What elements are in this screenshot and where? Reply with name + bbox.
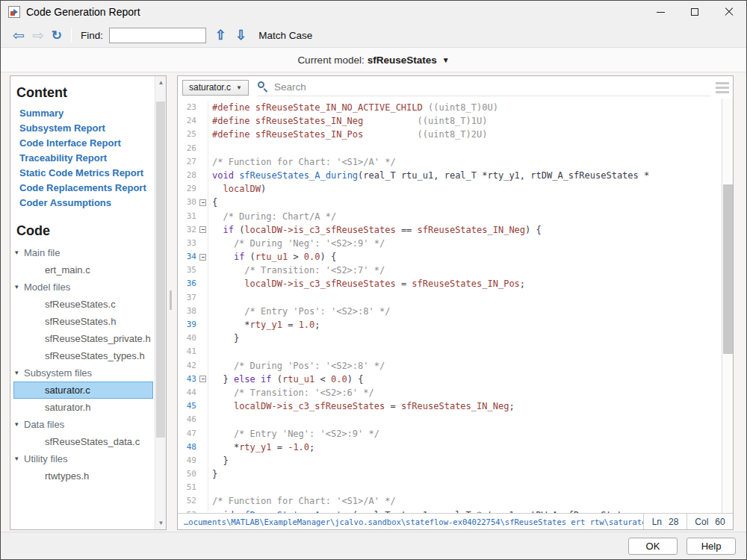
line-number: 42 <box>178 359 196 373</box>
code-viewer-panel: saturator.c ▼ 23#define sfReuseState_IN_… <box>177 75 734 530</box>
find-previous-icon[interactable]: ⇧ <box>215 28 226 42</box>
tree-item-data-files[interactable]: ▾Data files <box>13 416 153 433</box>
content-link-code-replacements-report[interactable]: Code Replacements Report <box>19 181 155 196</box>
tree-item-sfreusestates-private-h[interactable]: sfReuseStates_private.h <box>13 330 153 347</box>
match-case-toggle[interactable]: Match Case <box>258 30 312 41</box>
code-line: 34 if (rtu_u1 > 0.0) { <box>178 250 722 264</box>
forward-button[interactable]: ⇨ <box>32 28 44 43</box>
tree-item-main-file[interactable]: ▾Main file <box>13 244 153 261</box>
help-button[interactable]: Help <box>686 538 736 555</box>
line-number: 47 <box>178 427 196 441</box>
fold-column <box>196 101 208 114</box>
sidebar-scrollbar-thumb[interactable] <box>156 102 165 438</box>
file-selector-dropdown[interactable]: saturator.c ▼ <box>182 80 249 96</box>
search-input[interactable] <box>274 81 710 93</box>
code-scrollbar[interactable] <box>722 99 733 513</box>
tree-item-sfreusestates-h[interactable]: sfReuseStates.h <box>13 313 153 330</box>
find-next-icon[interactable]: ⇩ <box>235 28 247 42</box>
fold-toggle-icon[interactable] <box>199 254 206 261</box>
tree-item-sfreusestates-data-c[interactable]: sfReuseStates_data.c <box>13 433 153 450</box>
content-link-traceability-report[interactable]: Traceability Report <box>19 151 155 166</box>
code-scrollbar-thumb[interactable] <box>723 184 733 354</box>
code-text <box>208 291 722 305</box>
ok-button[interactable]: OK <box>628 538 678 555</box>
code-text: } <box>208 454 722 467</box>
code-text: /* Function for Chart: '<S1>/A' */ <box>208 155 722 169</box>
fold-column <box>196 291 208 305</box>
content-link-static-code-metrics-report[interactable]: Static Code Metrics Report <box>19 166 155 181</box>
line-number: 37 <box>178 291 196 305</box>
code-line: 25#define sfReuseStates_IN_Pos ((uint8_T… <box>178 128 722 141</box>
fold-dash <box>202 229 205 230</box>
line-number: 28 <box>178 169 196 182</box>
scroll-up-icon[interactable]: ▲ <box>155 77 167 88</box>
code-text: *rty_y1 = 1.0; <box>208 318 722 332</box>
line-number: 40 <box>178 332 196 345</box>
chevron-down-icon[interactable]: ▼ <box>442 56 450 64</box>
tree-item-label: sfReuseStates.h <box>13 313 116 330</box>
tree-item-saturator-c[interactable]: saturator.c <box>13 382 153 399</box>
sidebar-scrollbar[interactable]: ▲ ▼ <box>155 76 166 529</box>
line-indicator: Ln 28 <box>643 514 686 529</box>
code-line: 29 localDW) <box>178 182 722 196</box>
tree-item-label: Model files <box>24 279 70 296</box>
fold-column <box>196 169 208 182</box>
find-input[interactable] <box>109 28 206 43</box>
fold-column <box>196 264 208 277</box>
tree-item-label: sfReuseStates_types.h <box>13 347 145 364</box>
fold-column <box>196 305 208 318</box>
line-number[interactable]: 36 <box>178 277 196 290</box>
code-status-bar: …ocuments\MATLAB\ExampleManager\jcalvo.s… <box>178 513 733 529</box>
tree-item-subsystem-files[interactable]: ▾Subsystem files <box>13 364 153 382</box>
back-button[interactable]: ⇦ <box>13 28 25 43</box>
tree-item-model-files[interactable]: ▾Model files <box>13 279 153 296</box>
code-text: localDW->is_c3_sfReuseStates = sfReuseSt… <box>208 399 722 413</box>
fold-dash <box>202 379 205 379</box>
menu-icon[interactable] <box>716 82 729 96</box>
content-link-coder-assumptions[interactable]: Coder Assumptions <box>19 196 155 211</box>
find-label: Find: <box>81 30 103 41</box>
code-line: 38 /* Entry 'Pos': '<S2>:8' */ <box>178 305 722 318</box>
tree-item-ert-main-c[interactable]: ert_main.c <box>13 261 153 279</box>
line-number: 41 <box>178 345 196 358</box>
fold-column <box>196 441 208 454</box>
current-model-dropdown[interactable]: sfReuseStates <box>368 55 437 66</box>
line-number[interactable]: 48 <box>178 441 196 454</box>
line-number[interactable]: 45 <box>178 399 196 413</box>
line-number: 51 <box>178 481 196 494</box>
line-number[interactable]: 39 <box>178 318 196 332</box>
code-text: *rty_y1 = -1.0; <box>208 441 722 454</box>
code-text <box>208 142 722 155</box>
code-line: 47 /* Entry 'Neg': '<S2>:9' */ <box>178 427 722 441</box>
content-link-code-interface-report[interactable]: Code Interface Report <box>19 136 155 151</box>
line-number[interactable]: 34 <box>178 250 196 264</box>
fold-column <box>196 386 208 399</box>
line-number: 50 <box>178 467 196 481</box>
scroll-down-icon[interactable]: ▼ <box>155 517 167 529</box>
tree-item-sfreusestates-types-h[interactable]: sfReuseStates_types.h <box>13 347 153 364</box>
fold-column <box>196 373 208 386</box>
close-button[interactable] <box>712 1 746 23</box>
panel-splitter[interactable] <box>170 290 172 310</box>
fold-toggle-icon[interactable] <box>199 376 206 382</box>
line-number: 33 <box>178 237 196 250</box>
column-indicator-value: 60 <box>715 517 725 527</box>
tree-item-rtwtypes-h[interactable]: rtwtypes.h <box>13 467 153 485</box>
fold-toggle-icon[interactable] <box>199 199 206 206</box>
fold-column <box>196 223 208 237</box>
tree-item-label: Utility files <box>24 450 68 467</box>
code-line: 35 /* Transition: '<S2>:7' */ <box>178 264 722 277</box>
content-link-subsystem-report[interactable]: Subsystem Report <box>19 121 155 136</box>
fold-column <box>196 237 208 250</box>
code-text: { <box>208 196 722 209</box>
tree-item-utility-files[interactable]: ▾Utility files <box>13 450 153 467</box>
line-number[interactable]: 43 <box>178 373 196 386</box>
tree-item-saturator-h[interactable]: saturator.h <box>13 399 153 416</box>
maximize-button[interactable] <box>678 1 712 23</box>
content-link-summary[interactable]: Summary <box>19 106 155 121</box>
tree-item-label: Data files <box>24 416 64 433</box>
tree-item-sfreusestates-c[interactable]: sfReuseStates.c <box>13 296 153 313</box>
fold-toggle-icon[interactable] <box>199 226 206 233</box>
minimize-button[interactable] <box>643 1 678 23</box>
refresh-button[interactable]: ↻ <box>52 29 62 42</box>
